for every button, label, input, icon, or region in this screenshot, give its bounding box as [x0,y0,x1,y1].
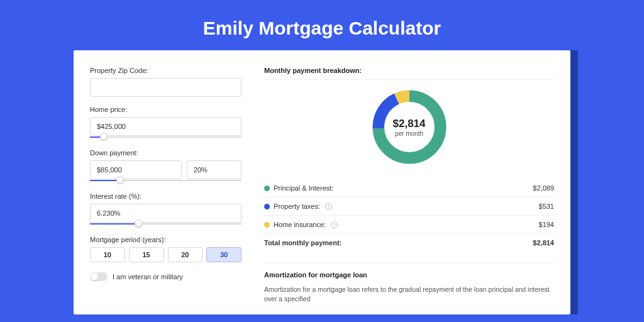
slider-thumb[interactable] [135,219,142,227]
zip-input[interactable] [90,78,242,97]
breakdown-row: Property taxes:?$531 [264,197,554,216]
zip-label: Property Zip Code: [90,67,242,74]
page-title: Emily Mortgage Calculator [0,0,644,50]
breakdown-column: Monthly payment breakdown: $2,814 per mo… [253,50,570,314]
toggle-knob [91,273,98,280]
down-payment-slider[interactable] [90,179,242,184]
down-payment-label: Down payment: [90,149,242,157]
breakdown-list: Principal & Interest:$2,089Property taxe… [264,179,554,234]
breakdown-total-row: Total monthly payment: $2,814 [264,234,554,252]
amortization-section: Amortization for mortgage loan Amortizat… [264,263,554,303]
donut-chart-wrap: $2,814 per month [264,86,554,168]
home-price-field: Home price: [90,106,242,140]
slider-thumb[interactable] [116,176,124,184]
donut-sub: per month [395,130,423,137]
amortization-body: Amortization for a mortgage loan refers … [264,285,554,303]
veteran-label: I am veteran or military [113,273,183,280]
period-button-20[interactable]: 20 [168,247,203,262]
breakdown-item-label: Property taxes: [274,203,320,210]
breakdown-row: Principal & Interest:$2,089 [264,179,554,197]
breakdown-row: Home insurance:?$194 [264,216,554,234]
home-price-input[interactable] [90,117,242,136]
down-payment-pct-input[interactable] [187,160,242,179]
slider-track [90,136,242,138]
down-payment-input[interactable] [90,160,182,179]
mortgage-period-field: Mortgage period (years): 10152030 [90,236,242,262]
info-icon[interactable]: ? [325,203,332,210]
down-payment-field: Down payment: [90,149,242,184]
inputs-column: Property Zip Code: Home price: Down paym… [74,50,253,314]
period-button-15[interactable]: 15 [129,247,164,262]
interest-rate-input[interactable] [90,204,242,223]
breakdown-item-value: $2,089 [533,184,554,192]
period-button-10[interactable]: 10 [90,247,125,262]
donut-chart: $2,814 per month [369,86,450,168]
amortization-title: Amortization for mortgage loan [264,271,554,279]
info-icon[interactable]: ? [331,221,338,228]
home-price-label: Home price: [90,106,242,113]
period-button-group: 10152030 [90,247,242,262]
legend-dot [264,204,270,209]
legend-dot [264,186,270,191]
period-button-30[interactable]: 30 [206,247,242,262]
veteran-toggle[interactable] [90,272,108,281]
donut-center: $2,814 per month [369,86,450,168]
interest-rate-label: Interest rate (%): [90,192,242,200]
calculator-card: Property Zip Code: Home price: Down paym… [74,50,570,314]
breakdown-item-label: Home insurance: [274,221,326,228]
veteran-row: I am veteran or military [90,272,242,281]
legend-dot [264,222,270,228]
interest-rate-field: Interest rate (%): [90,192,242,227]
breakdown-item-value: $194 [539,221,554,228]
slider-fill [90,223,138,225]
home-price-slider[interactable] [90,135,242,140]
slider-thumb[interactable] [100,133,108,140]
total-label: Total monthly payment: [264,239,341,247]
zip-field: Property Zip Code: [90,67,242,97]
breakdown-item-label: Principal & Interest: [274,184,333,192]
breakdown-item-value: $531 [539,203,554,210]
breakdown-title: Monthly payment breakdown: [264,67,554,80]
donut-amount: $2,814 [393,118,426,130]
interest-rate-slider[interactable] [90,222,242,227]
mortgage-period-label: Mortgage period (years): [90,236,242,243]
slider-fill [90,180,120,181]
total-value: $2,814 [533,239,554,247]
